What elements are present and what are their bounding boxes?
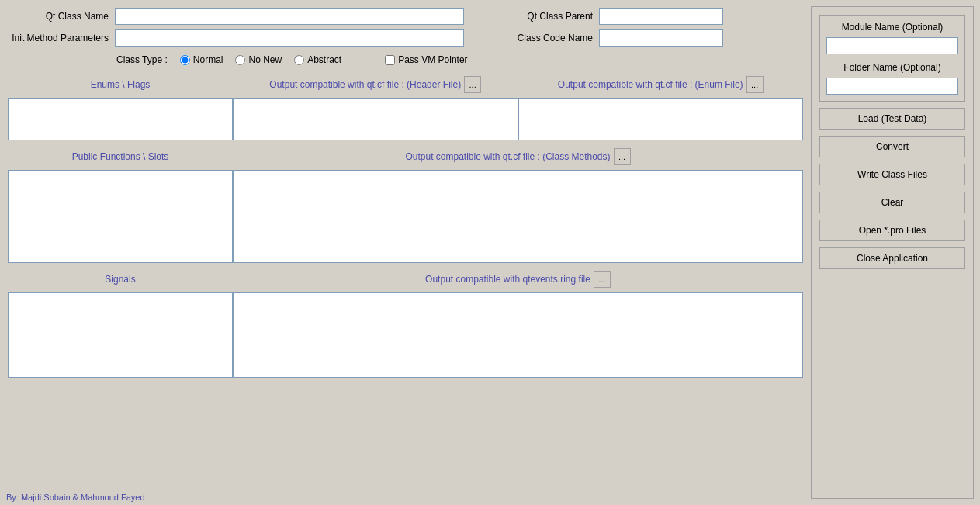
browse-enum-button[interactable]: ... (746, 76, 764, 93)
browse-header-button[interactable]: ... (464, 76, 481, 93)
footer-text: By: Majdi Sobain & Mahmoud Fayed (6, 493, 145, 502)
qt-class-parent-label: Qt Class Parent (500, 11, 593, 22)
class-type-label: Class Type : (116, 54, 168, 65)
output-qtevents-textarea[interactable] (233, 292, 803, 378)
public-functions-textarea[interactable] (8, 170, 233, 263)
close-application-button[interactable]: Close Application (819, 247, 965, 269)
output-header-textarea[interactable] (233, 98, 518, 140)
open-pro-files-button[interactable]: Open *.pro Files (819, 220, 965, 241)
browse-qtevents-button[interactable]: ... (594, 271, 611, 288)
nonew-label: No New (248, 54, 282, 65)
load-test-data-button[interactable]: Load (Test Data) (819, 108, 965, 130)
qt-class-parent-input[interactable] (599, 8, 723, 25)
output-class-methods-label: Output compatible with qt.cf file : (Cla… (405, 151, 610, 162)
qt-class-name-input[interactable] (115, 8, 464, 25)
normal-label: Normal (193, 54, 223, 65)
init-method-params-input[interactable] (115, 29, 464, 47)
public-functions-label: Public Functions \ Slots (72, 151, 169, 162)
clear-button[interactable]: Clear (819, 192, 965, 213)
folder-name-input[interactable] (826, 78, 958, 95)
write-class-files-button[interactable]: Write Class Files (819, 164, 965, 185)
module-name-input[interactable] (826, 37, 958, 54)
class-code-name-label: Class Code Name (500, 33, 593, 43)
enums-flags-textarea[interactable] (8, 98, 233, 140)
folder-name-title: Folder Name (Optional) (843, 62, 940, 73)
output-enum-label: Output compatible with qt.cf file : (Enu… (558, 79, 743, 90)
output-header-label: Output compatible with qt.cf file : (Hea… (269, 79, 461, 90)
browse-class-methods-button[interactable]: ... (614, 148, 631, 165)
qt-class-name-label: Qt Class Name (8, 11, 109, 22)
module-name-title: Module Name (Optional) (842, 22, 944, 33)
abstract-radio[interactable] (294, 55, 304, 65)
abstract-label: Abstract (307, 54, 341, 65)
output-enum-textarea[interactable] (518, 98, 804, 140)
enums-flags-label: Enums \ Flags (91, 79, 151, 90)
convert-button[interactable]: Convert (819, 136, 965, 157)
normal-radio[interactable] (180, 55, 190, 65)
nonew-radio[interactable] (235, 55, 245, 65)
class-code-name-input[interactable] (599, 29, 723, 47)
signals-label: Signals (105, 274, 135, 285)
pass-vm-pointer-label: Pass VM Pointer (398, 54, 467, 65)
output-class-methods-textarea[interactable] (233, 170, 803, 263)
init-method-params-label: Init Method Parameters (8, 33, 109, 43)
pass-vm-pointer-checkbox[interactable] (385, 55, 395, 65)
output-qtevents-label: Output compatible with qtevents.ring fil… (425, 274, 590, 285)
signals-textarea[interactable] (8, 292, 233, 378)
